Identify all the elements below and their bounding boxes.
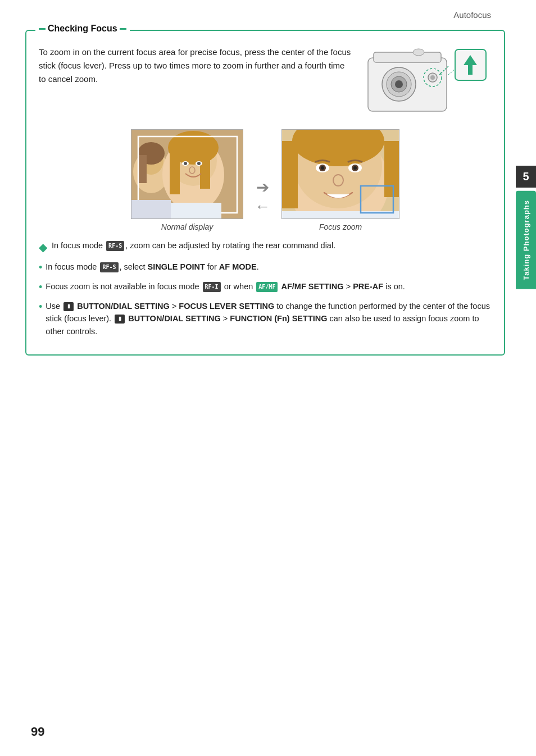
chapter-number: 5 xyxy=(516,166,536,188)
section-title: Checking Focus xyxy=(35,24,130,34)
intro-text: To zoom in on the current focus area for… xyxy=(39,41,351,86)
focus-zoom-photo xyxy=(281,129,399,219)
z-icon-1: ▮ xyxy=(63,302,74,311)
svg-rect-22 xyxy=(170,149,180,194)
arrows-container: ➔ ← xyxy=(255,146,270,215)
header-title: Autofocus xyxy=(453,10,491,20)
mode-badge-rf-s-2: RF-S xyxy=(100,262,118,272)
button-dial-setting-label-1: BUTTON/DIAL SETTING xyxy=(77,302,170,311)
svg-point-9 xyxy=(430,75,435,80)
svg-rect-32 xyxy=(165,203,221,219)
focus-zoom-label: Focus zoom xyxy=(319,222,362,231)
pre-af-label: PRE-AF xyxy=(353,282,383,291)
bullet-text-1: In focus mode RF-S, zoom can be adjusted… xyxy=(52,239,492,252)
focus-zoom-container: Focus zoom xyxy=(281,129,399,231)
top-section: To zoom in on the current focus area for… xyxy=(39,41,492,117)
svg-rect-5 xyxy=(374,52,441,62)
bullet-dot-3: • xyxy=(39,280,42,295)
z-icon-2: ▮ xyxy=(115,315,125,324)
af-mode-label: AF MODE xyxy=(219,262,257,271)
checking-focus-box: Checking Focus To zoom in on the current… xyxy=(25,30,505,356)
page-header: Autofocus xyxy=(0,0,536,25)
svg-point-6 xyxy=(413,49,424,56)
function-fn-setting-label: FUNCTION (Fn) SETTING xyxy=(230,314,327,323)
svg-rect-38 xyxy=(282,141,298,208)
mode-badge-rf-i: RF-I xyxy=(203,282,221,292)
mode-badge-rf-s-1: RF-S xyxy=(106,241,124,251)
bullet-text-4: Use ▮ BUTTON/DIAL SETTING > FOCUS LEVER … xyxy=(46,300,492,338)
sidebar-tab: Taking Photographs xyxy=(516,191,536,289)
svg-line-13 xyxy=(448,69,455,75)
main-content: Checking Focus To zoom in on the current… xyxy=(0,30,536,356)
normal-display-label: Normal display xyxy=(161,222,214,231)
svg-point-4 xyxy=(395,80,403,88)
page-number: 99 xyxy=(31,725,44,739)
svg-rect-18 xyxy=(138,155,147,183)
focus-lever-setting-label: FOCUS LEVER SETTING xyxy=(179,302,274,311)
svg-rect-23 xyxy=(200,149,210,189)
bullet-item-3: • Focus zoom is not available in focus m… xyxy=(39,280,492,295)
arrow-left-icon: ← xyxy=(255,199,270,215)
bullet-item-4: • Use ▮ BUTTON/DIAL SETTING > FOCUS LEVE… xyxy=(39,300,492,338)
photos-section: M Normal display ➔ ← xyxy=(39,129,492,231)
bullet-item-2: • In focus mode RF-S, select SINGLE POIN… xyxy=(39,261,492,276)
svg-point-25 xyxy=(184,162,187,165)
bullet-text-3: Focus zoom is not available in focus mod… xyxy=(46,280,492,293)
camera-diagram-svg xyxy=(365,44,489,117)
zoom-photo-svg xyxy=(282,130,399,219)
svg-point-42 xyxy=(321,166,324,170)
title-bar-left xyxy=(39,28,46,30)
camera-diagram xyxy=(362,41,492,117)
bullet-dot-4: • xyxy=(39,299,42,315)
bullet-item-1: ◆ In focus mode RF-S, zoom can be adjust… xyxy=(39,239,492,256)
normal-photo-svg: M xyxy=(131,130,243,219)
normal-display-photo: M xyxy=(131,129,243,219)
diamond-icon-1: ◆ xyxy=(39,239,47,256)
single-point-label: SINGLE POINT xyxy=(147,262,205,271)
title-bar-right xyxy=(120,28,126,30)
svg-rect-33 xyxy=(131,200,171,219)
arrow-right-icon: ➔ xyxy=(256,180,269,195)
button-dial-setting-label-2: BUTTON/DIAL SETTING xyxy=(128,314,221,323)
svg-point-27 xyxy=(197,162,201,165)
afmf-setting-label: AF/MF SETTING xyxy=(281,282,343,291)
bullet-text-2: In focus mode RF-S, select SINGLE POINT … xyxy=(46,261,492,273)
normal-display-container: M Normal display xyxy=(131,129,243,231)
svg-rect-39 xyxy=(384,141,399,197)
bullet-dot-2: • xyxy=(39,260,42,276)
svg-point-45 xyxy=(353,166,357,170)
mode-badge-afmf: AF/MF xyxy=(256,282,278,292)
bullets-section: ◆ In focus mode RF-S, zoom can be adjust… xyxy=(39,239,492,338)
